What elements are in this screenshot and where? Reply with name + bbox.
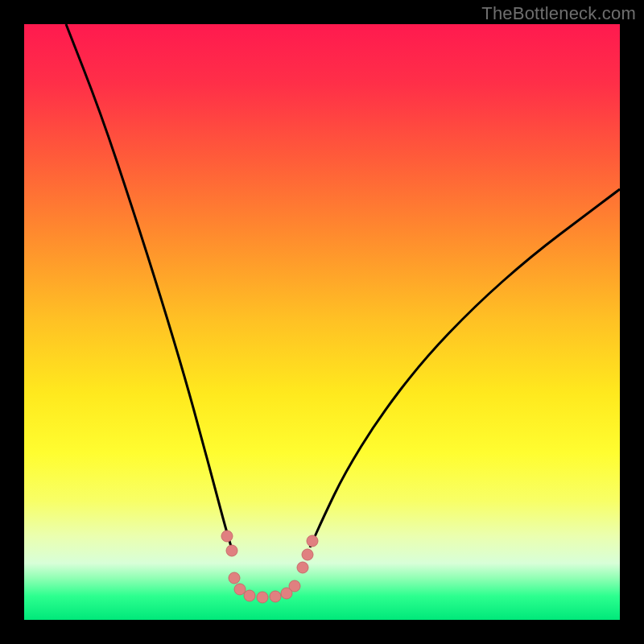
trough-marker <box>244 590 255 601</box>
trough-marker <box>226 545 237 556</box>
trough-marker <box>289 580 300 592</box>
trough-marker <box>229 572 240 584</box>
plot-area <box>24 24 620 620</box>
curve-layer <box>24 24 620 620</box>
curve-left <box>66 24 232 549</box>
trough-markers <box>221 530 318 603</box>
chart-frame: TheBottleneck.com <box>0 0 644 644</box>
trough-marker <box>221 530 233 542</box>
watermark-text: TheBottleneck.com <box>481 3 636 24</box>
trough-marker <box>302 549 313 560</box>
trough-marker <box>257 592 268 603</box>
curve-right <box>310 189 620 547</box>
trough-marker <box>234 584 246 595</box>
trough-marker <box>270 591 281 602</box>
trough-marker <box>307 535 318 547</box>
trough-marker <box>297 562 308 573</box>
